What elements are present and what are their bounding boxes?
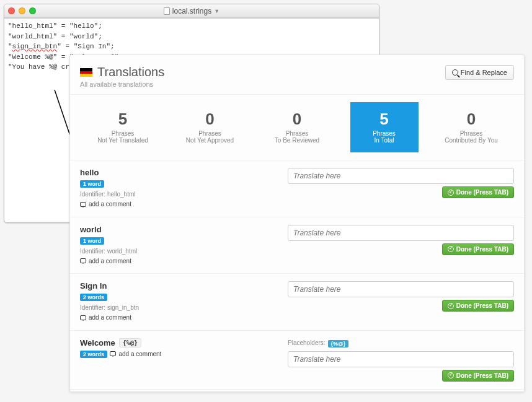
minimize-icon[interactable] [19, 7, 25, 14]
comment-icon [80, 202, 86, 207]
stat-label: Phrases [443, 130, 499, 137]
phrase-row: world 1 word Identifier: world_html add … [70, 217, 524, 274]
stat-count: 0 [443, 110, 499, 129]
editor-filename: local.strings [172, 7, 211, 15]
phrase-row: hello 1 word Identifier: hello_html add … [70, 160, 524, 217]
stat-tab[interactable]: 0 Phrases Not Yet Approved [176, 102, 244, 152]
stats-row: 5 Phrases Not Yet Translated 0 Phrases N… [70, 95, 524, 160]
done-button[interactable]: Done (Press TAB) [442, 186, 514, 198]
comment-icon [80, 258, 86, 263]
phrase-row: Sign In 2 words Identifier: sign_in_btn … [70, 274, 524, 331]
window-controls[interactable] [8, 7, 36, 14]
stat-sublabel: In Total [357, 137, 412, 144]
stat-label: Phrases [182, 130, 238, 137]
search-icon [452, 69, 458, 76]
translation-input[interactable] [288, 168, 514, 184]
stat-sublabel: Not Yet Approved [182, 137, 238, 144]
stat-tab[interactable]: 5 Phrases Not Yet Translated [89, 102, 157, 152]
check-icon [448, 303, 454, 309]
done-button[interactable]: Done (Press TAB) [442, 300, 514, 312]
stat-tab[interactable]: 0 Phrases To Be Reviewed [263, 102, 331, 152]
stat-tab[interactable]: 0 Phrases Contributed By You [437, 102, 505, 152]
comment-icon [80, 315, 86, 320]
add-comment-link[interactable]: add a comment [110, 351, 161, 357]
add-comment-link[interactable]: add a comment [80, 201, 131, 208]
add-comment-link[interactable]: add a comment [80, 258, 131, 264]
identifier-label: Identifier: sign_in_btn [80, 304, 275, 311]
phrase-list: hello 1 word Identifier: hello_html add … [70, 160, 524, 390]
check-icon [448, 246, 454, 252]
close-icon[interactable] [8, 7, 15, 14]
stat-label: Phrases [357, 130, 412, 137]
zoom-icon[interactable] [29, 7, 36, 14]
stat-sublabel: Not Yet Translated [95, 137, 151, 144]
translation-input[interactable] [288, 281, 514, 297]
translation-input[interactable] [288, 351, 514, 367]
word-count-badge: 1 word [80, 237, 104, 245]
stat-count: 5 [95, 110, 151, 129]
editor-titlebar: local.strings ▼ [4, 4, 379, 18]
word-count-badge: 1 word [80, 180, 104, 188]
identifier-label: Identifier: world_html [80, 248, 275, 255]
check-icon [448, 372, 454, 378]
stat-label: Phrases [95, 130, 151, 137]
add-comment-link[interactable]: add a comment [80, 314, 131, 321]
german-flag-icon [80, 68, 92, 77]
stat-count: 0 [182, 110, 238, 129]
check-icon [448, 190, 454, 196]
phrase-title: world [80, 225, 275, 234]
phrase-title: hello [80, 168, 275, 177]
placeholders-label: Placeholders: {%@} [288, 338, 514, 347]
phrase-title: Welcome {%@} [80, 338, 275, 347]
panel-title: Translations [97, 65, 164, 79]
done-button[interactable]: Done (Press TAB) [442, 370, 514, 382]
stat-sublabel: To Be Reviewed [269, 137, 325, 144]
stat-label: Phrases [269, 130, 325, 137]
placeholder-pill[interactable]: {%@} [328, 340, 349, 347]
stat-count: 0 [269, 110, 325, 129]
document-icon [164, 7, 170, 15]
phrase-row: Welcome {%@} 2 words add a comment Place… [70, 331, 524, 390]
chevron-down-icon[interactable]: ▼ [214, 8, 219, 14]
word-count-badge: 2 words [80, 294, 107, 301]
phrase-title: Sign In [80, 281, 275, 291]
token-badge: {%@} [119, 338, 141, 347]
stat-tab[interactable]: 5 Phrases In Total [350, 102, 419, 152]
word-count-badge: 2 words [80, 351, 107, 358]
panel-header: Translations All available translations … [70, 55, 524, 95]
panel-subtitle: All available translations [80, 81, 164, 88]
done-button[interactable]: Done (Press TAB) [442, 243, 514, 255]
translations-panel: Translations All available translations … [69, 55, 525, 392]
comment-icon [110, 351, 116, 356]
stat-count: 5 [357, 110, 412, 129]
stat-sublabel: Contributed By You [443, 137, 499, 144]
identifier-label: Identifier: hello_html [80, 191, 275, 198]
translation-input[interactable] [288, 225, 514, 241]
find-replace-button[interactable]: Find & Replace [445, 65, 514, 80]
